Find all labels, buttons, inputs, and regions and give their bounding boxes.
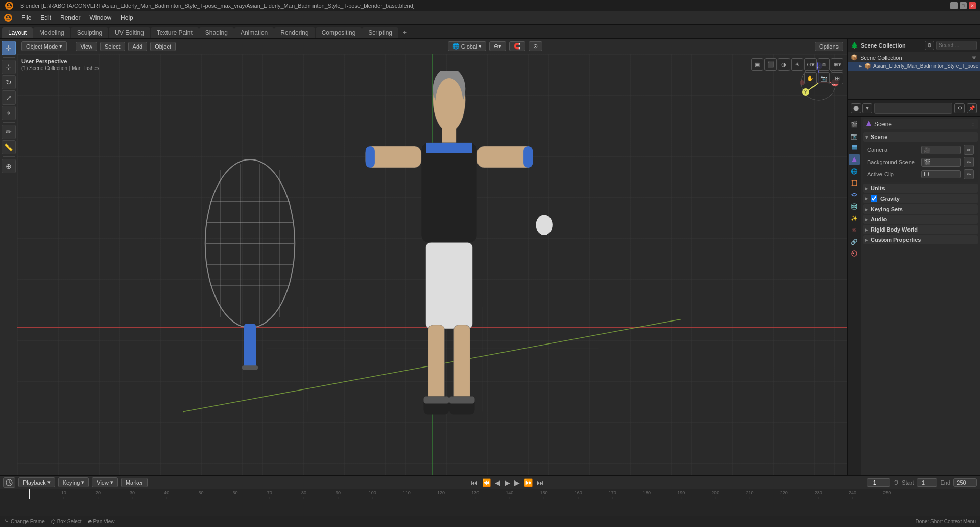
mode-selector[interactable]: Object Mode ▾ [21, 41, 67, 51]
props-custom-properties-header[interactable]: ▸ Custom Properties [863, 235, 978, 244]
close-button[interactable]: ✕ [969, 2, 976, 9]
tab-modeling[interactable]: Modeling [33, 27, 70, 38]
props-scene-section-header[interactable]: ▾ Scene [863, 132, 978, 142]
transform-orientation[interactable]: 🌐 Global ▾ [448, 41, 487, 51]
next-keyframe-btn[interactable]: ⏩ [523, 478, 534, 487]
tab-scripting[interactable]: Scripting [362, 27, 398, 38]
scene-collection-visibility[interactable]: 👁 [972, 55, 977, 60]
pivot-point[interactable]: ⊕▾ [489, 41, 506, 51]
props-gravity-header[interactable]: ▸ Gravity [863, 194, 978, 203]
props-tab-output[interactable]: 📷 [849, 130, 860, 142]
viewport-shade-wire[interactable]: ▣ [751, 58, 763, 71]
props-audio-header[interactable]: ▸ Audio [863, 215, 978, 224]
add-workspace-button[interactable]: + [399, 27, 411, 38]
tool-cursor[interactable]: ✛ [2, 41, 16, 55]
timeline-view-menu[interactable]: View ▾ [92, 477, 118, 487]
jump-to-end-btn[interactable]: ⏭ [536, 478, 545, 487]
tab-layout[interactable]: Layout [2, 27, 33, 38]
props-tab-view-layer[interactable] [849, 142, 860, 153]
scene-options-icon[interactable]: ⋮ [970, 121, 976, 127]
props-tab-data[interactable] [849, 201, 860, 212]
end-frame-input[interactable] [953, 478, 977, 487]
tab-animation[interactable]: Animation [234, 27, 274, 38]
properties-search[interactable] [874, 103, 952, 114]
viewport-shade-render[interactable]: ☀ [791, 58, 803, 71]
step-forward-btn[interactable]: ▶ [513, 478, 521, 487]
background-scene-value[interactable]: 🎬 [921, 158, 961, 167]
tool-transform[interactable]: ⌖ [2, 106, 16, 120]
props-tab-object[interactable] [849, 177, 860, 189]
viewport-shade-material[interactable]: ◑ [778, 58, 790, 71]
gravity-checkbox[interactable] [871, 195, 877, 202]
prev-keyframe-btn[interactable]: ⏪ [481, 478, 492, 487]
outliner-filter[interactable]: ⚙ [925, 41, 934, 50]
props-tab-world[interactable]: 🌐 [849, 166, 860, 177]
props-tab-physics[interactable]: ⚛ [849, 224, 860, 236]
menu-edit[interactable]: Edit [36, 13, 55, 22]
tool-scale[interactable]: ⤢ [2, 90, 16, 105]
view-menu[interactable]: View [76, 42, 97, 51]
viewport-nav-hand[interactable]: ✋ [804, 72, 817, 84]
menu-file[interactable]: File [17, 13, 35, 22]
playback-menu[interactable]: Playback ▾ [18, 477, 55, 487]
tab-rendering[interactable]: Rendering [274, 27, 315, 38]
options-button[interactable]: Options [815, 42, 843, 51]
props-units-header[interactable]: ▸ Units [863, 184, 978, 193]
outliner-model-row[interactable]: ▸ 📦 Asian_Elderly_Man_Badminton_Style_T_… [848, 62, 980, 71]
maximize-button[interactable]: □ [960, 2, 967, 9]
camera-pick-btn[interactable]: ✏ [964, 145, 974, 155]
props-tab-constraints[interactable]: 🔗 [849, 236, 860, 247]
start-frame-input[interactable] [917, 478, 937, 487]
props-tab-material[interactable] [849, 248, 860, 259]
tool-rotate[interactable]: ↻ [2, 75, 16, 89]
tool-add[interactable]: ⊕ [2, 159, 16, 173]
props-tab-render[interactable]: 🎬 [849, 119, 860, 130]
outliner-search[interactable] [936, 41, 977, 50]
proportional-edit[interactable]: ⊙ [529, 41, 542, 51]
viewport[interactable]: User Perspective (1) Scene Collection | … [17, 54, 847, 475]
marker-menu[interactable]: Marker [121, 478, 148, 487]
titlebar-controls[interactable]: ─ □ ✕ [950, 2, 976, 9]
props-filter-icon[interactable]: ▼ [862, 103, 872, 113]
step-back-btn[interactable]: ◀ [494, 478, 501, 487]
menu-render[interactable]: Render [56, 13, 84, 22]
props-view-icon[interactable]: ⬤ [851, 103, 861, 113]
tool-move[interactable]: ⊹ [2, 60, 16, 74]
props-tab-modifier[interactable] [849, 189, 860, 200]
props-tab-particles[interactable]: ✨ [849, 213, 860, 224]
tab-compositing[interactable]: Compositing [316, 27, 362, 38]
props-tab-scene[interactable] [849, 154, 860, 165]
tab-uv-editing[interactable]: UV Editing [109, 27, 150, 38]
viewport-xray[interactable]: ⧈ [818, 58, 830, 71]
tab-texture-paint[interactable]: Texture Paint [151, 27, 199, 38]
active-clip-pick-btn[interactable]: ✏ [964, 169, 974, 179]
select-menu[interactable]: Select [100, 42, 125, 51]
background-scene-pick-btn[interactable]: ✏ [964, 157, 974, 167]
minimize-button[interactable]: ─ [950, 2, 958, 9]
tab-sculpting[interactable]: Sculpting [71, 27, 108, 38]
tab-shading[interactable]: Shading [199, 27, 234, 38]
tool-measure[interactable]: 📏 [2, 140, 16, 154]
properties-options[interactable]: ⚙ [954, 103, 965, 113]
viewport-nav-ortho[interactable]: ⊞ [831, 72, 843, 84]
properties-pin[interactable]: 📌 [967, 103, 977, 113]
scene-name[interactable]: Scene [874, 121, 968, 128]
outliner-scene-collection[interactable]: 📦 Scene Collection 👁 [848, 53, 980, 62]
object-menu[interactable]: Object [150, 42, 176, 51]
tool-annotate[interactable]: ✏ [2, 125, 16, 139]
menu-window[interactable]: Window [85, 13, 115, 22]
current-frame-input[interactable] [867, 478, 890, 487]
keying-menu[interactable]: Keying ▾ [58, 477, 89, 487]
camera-value-field[interactable]: 🎥 [921, 146, 961, 154]
viewport-overlay[interactable]: ⊙▾ [804, 58, 817, 71]
menu-help[interactable]: Help [116, 13, 137, 22]
viewport-nav-zoom[interactable]: 📷 [818, 72, 830, 84]
props-keying-sets-header[interactable]: ▸ Keying Sets [863, 204, 978, 214]
viewport-shade-solid[interactable]: ⬛ [764, 58, 777, 71]
add-menu[interactable]: Add [128, 42, 148, 51]
active-clip-value[interactable]: 🎞 [921, 170, 961, 178]
props-rigid-body-world-header[interactable]: ▸ Rigid Body World [863, 225, 978, 234]
jump-to-start-btn[interactable]: ⏮ [470, 478, 479, 487]
viewport-gizmo[interactable]: ⊕▾ [831, 58, 843, 71]
play-btn[interactable]: ▶ [504, 478, 511, 487]
